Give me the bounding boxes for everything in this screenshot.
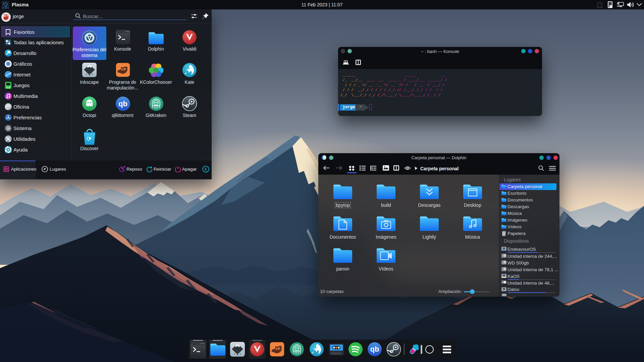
svg-text:qb: qb bbox=[370, 345, 379, 353]
svg-text:qb: qb bbox=[118, 100, 127, 108]
